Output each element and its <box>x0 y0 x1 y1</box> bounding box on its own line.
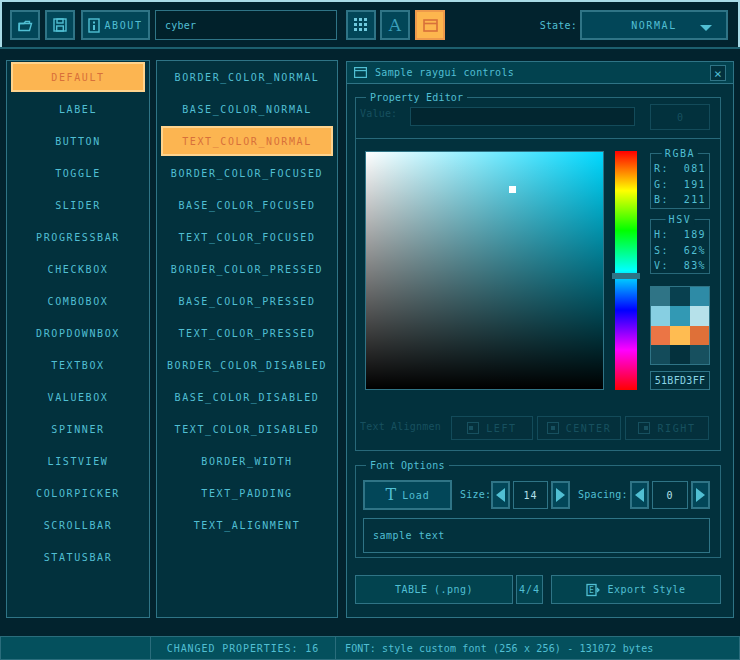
export-icon: E <box>586 583 600 597</box>
color-swatch[interactable] <box>670 306 689 325</box>
control-list-item[interactable]: SCROLLBAR <box>11 510 145 540</box>
hue-slider-handle[interactable] <box>612 273 640 279</box>
font-button[interactable]: A <box>380 10 410 40</box>
property-list-item[interactable]: TEXT_COLOR_FOCUSED <box>161 222 333 252</box>
property-list-item[interactable]: BORDER_WIDTH <box>161 446 333 476</box>
grid-icon <box>354 18 368 32</box>
b-label: B: <box>654 192 669 208</box>
align-left-icon <box>467 422 479 434</box>
sample-text: sample text <box>373 530 445 541</box>
save-style-button[interactable] <box>45 10 75 40</box>
property-list-item[interactable]: BORDER_COLOR_FOCUSED <box>161 158 333 188</box>
export-style-button[interactable]: E Export Style <box>551 575 721 604</box>
color-swatch[interactable] <box>651 306 670 325</box>
zero-button[interactable]: 0 <box>650 104 710 130</box>
property-list-item[interactable]: BORDER_COLOR_NORMAL <box>161 62 333 92</box>
property-list-item[interactable]: BASE_COLOR_NORMAL <box>161 94 333 124</box>
property-list-item[interactable]: BORDER_COLOR_PRESSED <box>161 254 333 284</box>
pages-value: 4/4 <box>519 584 540 595</box>
control-list-item[interactable]: LABEL <box>11 94 145 124</box>
property-list-item[interactable]: BASE_COLOR_DISABLED <box>161 382 333 412</box>
size-value-box[interactable]: 14 <box>513 481 548 509</box>
style-name-input[interactable]: cyber <box>155 10 337 40</box>
color-swatch[interactable] <box>690 345 709 364</box>
color-swatch[interactable] <box>651 326 670 345</box>
rgba-b-row: B: 211 <box>651 192 709 208</box>
window-titlebar: Sample raygui controls <box>347 62 733 84</box>
size-value: 14 <box>523 490 537 501</box>
control-list-item[interactable]: DROPDOWNBOX <box>11 318 145 348</box>
property-list-item[interactable]: TEXT_PADDING <box>161 478 333 508</box>
color-swatch[interactable] <box>670 287 689 306</box>
color-swatch[interactable] <box>651 345 670 364</box>
color-swatch[interactable] <box>670 345 689 364</box>
window-mode-button[interactable] <box>415 10 445 40</box>
window-title: Sample raygui controls <box>375 67 514 78</box>
color-picker-sv-panel[interactable] <box>365 151 604 390</box>
arrow-right-icon <box>556 488 565 502</box>
align-center-label: CENTER <box>566 423 612 434</box>
align-right-icon <box>638 422 650 434</box>
control-list-item[interactable]: TOGGLE <box>11 158 145 188</box>
control-list-item[interactable]: LISTVIEW <box>11 446 145 476</box>
font-load-button[interactable]: T Load <box>363 480 452 510</box>
state-dropdown[interactable]: NORMAL <box>580 10 728 40</box>
close-icon: × <box>714 66 722 81</box>
control-list-item[interactable]: SLIDER <box>11 190 145 220</box>
hue-slider[interactable] <box>615 151 637 390</box>
align-left-button[interactable]: LEFT <box>451 416 533 440</box>
size-increase-button[interactable] <box>551 481 570 509</box>
color-swatch[interactable] <box>670 326 689 345</box>
r-label: R: <box>654 161 669 177</box>
color-picker-cursor[interactable] <box>509 186 516 193</box>
folder-open-icon <box>16 17 34 33</box>
rgba-group: RGBA R: 081 G: 191 B: 211 <box>650 153 710 209</box>
control-list-item[interactable]: PROGRESSBAR <box>11 222 145 252</box>
color-swatch[interactable] <box>690 287 709 306</box>
property-list-item[interactable]: TEXT_COLOR_PRESSED <box>161 318 333 348</box>
size-label: Size: <box>460 489 491 500</box>
table-export-button[interactable]: TABLE (.png) <box>355 575 513 604</box>
control-list-item[interactable]: COLORPICKER <box>11 478 145 508</box>
size-decrease-button[interactable] <box>491 481 510 509</box>
control-list-item[interactable]: CHECKBOX <box>11 254 145 284</box>
color-swatch[interactable] <box>651 287 670 306</box>
s-label: S: <box>654 243 669 259</box>
control-list-item[interactable]: STATUSBAR <box>11 542 145 572</box>
rgba-g-row: G: 191 <box>651 177 709 193</box>
property-list-item[interactable]: BASE_COLOR_FOCUSED <box>161 190 333 220</box>
control-list-item[interactable]: COMBOBOX <box>11 286 145 316</box>
hex-value-box[interactable]: 51BFD3FF <box>650 371 710 390</box>
value-input[interactable] <box>410 107 635 126</box>
control-list-item[interactable]: SPINNER <box>11 414 145 444</box>
property-list-item[interactable]: BASE_COLOR_PRESSED <box>161 286 333 316</box>
spacing-value: 0 <box>666 490 673 501</box>
table-image-button[interactable] <box>346 10 376 40</box>
control-list-item[interactable]: TEXTBOX <box>11 350 145 380</box>
control-list-item[interactable]: VALUEBOX <box>11 382 145 412</box>
pages-indicator[interactable]: 4/4 <box>516 575 543 604</box>
hsv-v-row: V: 83% <box>651 258 709 274</box>
table-button-label: TABLE (.png) <box>395 584 473 595</box>
font-options-group: Font Options T Load Size: 14 Spacing: 0 … <box>355 465 721 558</box>
color-swatch[interactable] <box>690 326 709 345</box>
align-right-button[interactable]: RIGHT <box>625 416 709 440</box>
color-swatch[interactable] <box>690 306 709 325</box>
align-center-button[interactable]: CENTER <box>537 416 621 440</box>
spacing-value-box[interactable]: 0 <box>652 481 688 509</box>
control-list-item[interactable]: BUTTON <box>11 126 145 156</box>
open-style-button[interactable] <box>10 10 40 40</box>
close-button[interactable]: × <box>710 65 726 81</box>
property-list-item[interactable]: TEXT_COLOR_NORMAL <box>161 126 333 156</box>
h-value: 189 <box>684 227 706 243</box>
export-label: Export Style <box>607 584 685 595</box>
property-list-item[interactable]: BORDER_COLOR_DISABLED <box>161 350 333 380</box>
sample-text-input[interactable]: sample text <box>363 518 710 553</box>
control-list-item[interactable]: DEFAULT <box>11 62 145 92</box>
spacing-decrease-button[interactable] <box>630 481 649 509</box>
h-label: H: <box>654 227 669 243</box>
property-list-item[interactable]: TEXT_COLOR_DISABLED <box>161 414 333 444</box>
spacing-increase-button[interactable] <box>691 481 710 509</box>
about-button[interactable]: ABOUT <box>81 10 150 40</box>
property-list-item[interactable]: TEXT_ALIGNMENT <box>161 510 333 540</box>
